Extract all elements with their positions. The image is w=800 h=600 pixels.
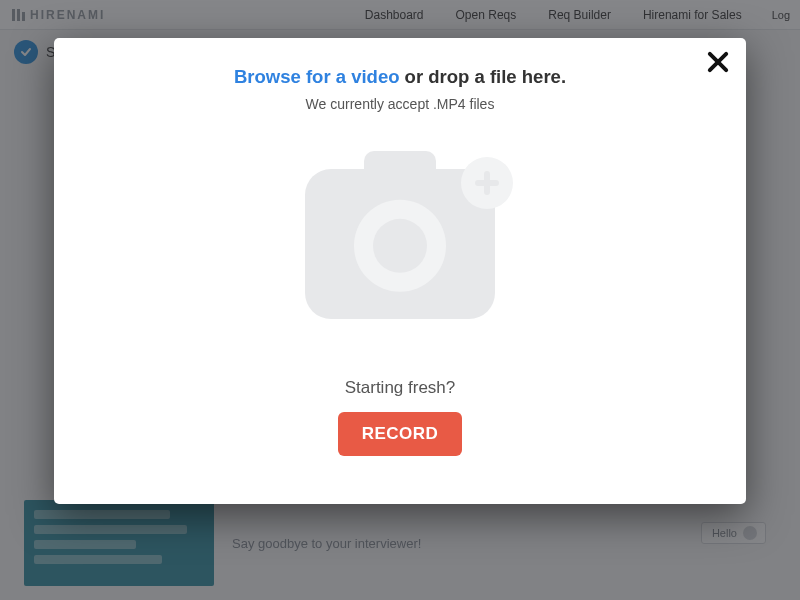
fresh-prompt: Starting fresh? [345,378,456,398]
camera-icon [305,169,495,319]
modal-overlay[interactable]: Browse for a video or drop a file here. … [0,0,800,600]
browse-link[interactable]: Browse for a video [234,66,400,87]
or-drop-text: or drop a file here. [399,66,566,87]
close-button[interactable] [704,48,732,76]
accept-note: We currently accept .MP4 files [306,96,495,112]
upload-headline: Browse for a video or drop a file here. [234,66,566,88]
close-icon [704,48,732,76]
upload-video-modal: Browse for a video or drop a file here. … [54,38,746,504]
plus-icon [461,157,513,209]
dropzone[interactable] [295,154,505,334]
record-button[interactable]: RECORD [338,412,463,456]
